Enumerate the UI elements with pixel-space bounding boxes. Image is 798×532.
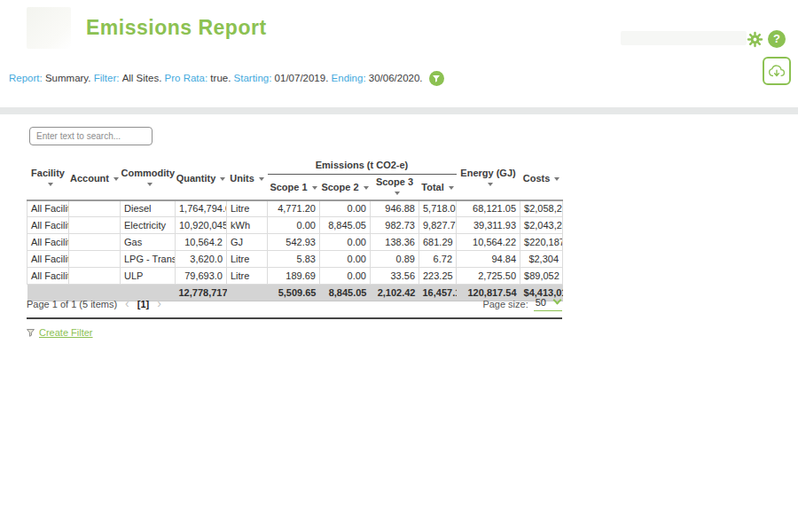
cell-units: Litre bbox=[227, 200, 268, 217]
table-row: All Facilities LPG - Transport 3,620.0 L… bbox=[27, 251, 563, 268]
cell-facility: All Facilities bbox=[27, 200, 69, 217]
starting-label: Starting: bbox=[234, 73, 272, 83]
cell-facility: All Facilities bbox=[27, 217, 69, 234]
chevron-down-icon[interactable] bbox=[259, 177, 264, 181]
filter-label: Filter: bbox=[94, 73, 120, 83]
cell-total: 9,827.78 bbox=[419, 217, 457, 234]
create-filter-row: Create Filter bbox=[26, 327, 93, 338]
group-header-emissions: Emissions (t CO2-e) bbox=[268, 157, 457, 174]
cell-costs: $2,043,250 bbox=[520, 217, 563, 234]
cell-commodity: Electricity bbox=[121, 217, 176, 234]
col-header-facility[interactable]: Facility bbox=[27, 157, 69, 200]
ending-label: Ending: bbox=[332, 73, 366, 83]
chevron-down-icon[interactable] bbox=[220, 177, 225, 181]
cell-scope3: 138.36 bbox=[371, 234, 419, 251]
chevron-down-icon[interactable] bbox=[364, 186, 369, 190]
cell-quantity: 79,693.0 bbox=[176, 268, 227, 285]
cell-quantity: 10,564.2 bbox=[176, 234, 227, 251]
col-header-commodity[interactable]: Commodity bbox=[121, 157, 176, 200]
cell-quantity: 10,920,045.7 bbox=[176, 217, 227, 234]
cell-scope2: 8,845.05 bbox=[320, 217, 371, 234]
col-header-scope1[interactable]: Scope 1 bbox=[268, 174, 320, 200]
cell-costs: $2,058,218 bbox=[520, 200, 563, 217]
cell-commodity: ULP bbox=[121, 268, 176, 285]
cloud-download-icon bbox=[768, 63, 786, 79]
create-filter-link[interactable]: Create Filter bbox=[39, 327, 93, 338]
cell-units: Litre bbox=[227, 268, 268, 285]
chevron-down-icon[interactable] bbox=[48, 183, 53, 186]
table-row: All Facilities ULP 79,693.0 Litre 189.69… bbox=[27, 268, 563, 285]
report-label: Report: bbox=[9, 73, 43, 83]
cell-units: kWh bbox=[227, 217, 268, 234]
cell-scope2: 0.00 bbox=[320, 251, 371, 268]
page-size-value: 50 bbox=[536, 297, 546, 308]
chevron-down-icon[interactable] bbox=[488, 183, 493, 186]
table-row: All Facilities Gas 10,564.2 GJ 542.93 0.… bbox=[27, 234, 563, 251]
cell-scope1: 189.69 bbox=[268, 268, 320, 285]
cell-costs: $89,052 bbox=[520, 268, 563, 285]
cell-costs: $2,304 bbox=[520, 251, 563, 268]
report-summary-line: Report: Summary. Filter: All Sites. Pro … bbox=[9, 70, 444, 85]
filter-funnel-icon bbox=[26, 328, 35, 338]
col-header-units[interactable]: Units bbox=[227, 157, 268, 200]
cell-scope2: 0.00 bbox=[320, 234, 371, 251]
page-title: Emissions Report bbox=[86, 16, 267, 40]
col-header-energy[interactable]: Energy (GJ) bbox=[457, 157, 520, 200]
emissions-report-page: Emissions Report ? Report: Summary. Filt… bbox=[0, 0, 798, 532]
next-page-icon[interactable]: › bbox=[157, 299, 161, 309]
col-header-quantity[interactable]: Quantity bbox=[176, 157, 227, 200]
cell-total: 681.29 bbox=[419, 234, 457, 251]
chevron-down-icon[interactable] bbox=[147, 183, 153, 186]
filter-value: All Sites. bbox=[122, 73, 162, 83]
page-size-select[interactable]: 50 bbox=[534, 297, 562, 311]
chevron-down-icon[interactable] bbox=[554, 177, 559, 181]
cell-scope3: 946.88 bbox=[371, 200, 419, 217]
results-grid: Facility Account Commodity Quantity Unit… bbox=[27, 157, 562, 301]
cell-scope1: 5.83 bbox=[268, 251, 320, 268]
starting-value: 01/07/2019. bbox=[275, 73, 329, 83]
chevron-down-icon[interactable] bbox=[113, 177, 119, 181]
cell-scope1: 4,771.20 bbox=[268, 200, 320, 217]
help-icon[interactable]: ? bbox=[768, 30, 786, 48]
cell-scope1: 542.93 bbox=[268, 234, 320, 251]
col-header-scope3[interactable]: Scope 3 bbox=[371, 174, 419, 200]
chevron-down-icon[interactable] bbox=[395, 192, 400, 195]
cell-commodity: Gas bbox=[121, 234, 176, 251]
cell-units: Litre bbox=[227, 251, 268, 268]
cell-account bbox=[69, 234, 121, 251]
chevron-down-icon[interactable] bbox=[312, 186, 317, 190]
page-number-button[interactable]: [1] bbox=[137, 299, 149, 309]
cell-scope3: 0.89 bbox=[371, 251, 419, 268]
cell-scope3: 33.56 bbox=[371, 268, 419, 285]
filter-funnel-icon[interactable] bbox=[429, 71, 444, 86]
chevron-down-icon[interactable] bbox=[449, 186, 454, 190]
account-info-redacted bbox=[621, 31, 747, 45]
table-row: All Facilities Diesel 1,764,794.0 Litre … bbox=[27, 200, 563, 217]
cell-total: 6.72 bbox=[419, 251, 457, 268]
cell-account bbox=[69, 268, 121, 285]
pagination-bar: Page 1 of 1 (5 items) ‹ [1] › Page size:… bbox=[27, 296, 562, 319]
results-table: Facility Account Commodity Quantity Unit… bbox=[27, 157, 563, 301]
cell-scope2: 0.00 bbox=[320, 268, 371, 285]
prorata-label: Pro Rata: bbox=[165, 73, 208, 83]
cell-energy: 94.84 bbox=[457, 251, 520, 268]
col-header-total[interactable]: Total bbox=[419, 174, 457, 200]
download-button[interactable] bbox=[763, 57, 791, 85]
report-value: Summary. bbox=[45, 73, 91, 83]
cell-commodity: LPG - Transport bbox=[121, 251, 176, 268]
cell-facility: All Facilities bbox=[27, 268, 69, 285]
col-header-scope2[interactable]: Scope 2 bbox=[320, 174, 371, 200]
search-input[interactable] bbox=[29, 127, 153, 145]
cell-quantity: 3,620.0 bbox=[176, 251, 227, 268]
cell-energy: 10,564.22 bbox=[457, 234, 520, 251]
col-header-account[interactable]: Account bbox=[69, 157, 121, 200]
prev-page-icon[interactable]: ‹ bbox=[125, 299, 129, 309]
cell-facility: All Facilities bbox=[27, 234, 69, 251]
col-header-costs[interactable]: Costs bbox=[520, 157, 563, 200]
ending-value: 30/06/2020. bbox=[369, 73, 423, 83]
table-row: All Facilities Electricity 10,920,045.7 … bbox=[27, 217, 563, 234]
app-logo bbox=[27, 7, 71, 49]
settings-gear-icon[interactable] bbox=[747, 31, 763, 48]
cell-energy: 39,311.93 bbox=[457, 217, 520, 234]
cell-total: 5,718.08 bbox=[419, 200, 457, 217]
